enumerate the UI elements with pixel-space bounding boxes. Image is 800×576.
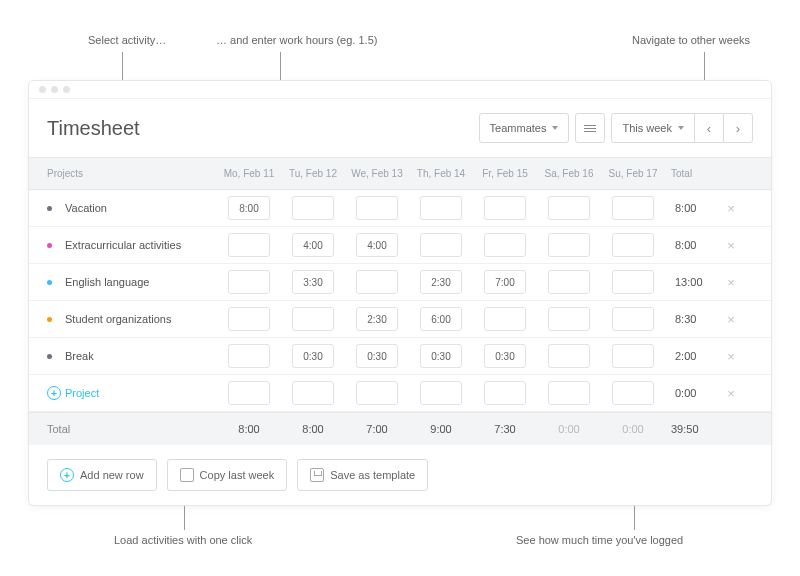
row-total: 2:00 (665, 350, 719, 362)
caret-icon (678, 126, 684, 130)
time-input[interactable] (548, 233, 590, 257)
project-row: Extracurricular activities8:00× (29, 227, 771, 264)
project-name: Extracurricular activities (65, 239, 217, 251)
action-bar: +Add new row Copy last week Save as temp… (29, 445, 771, 505)
header: Timesheet Teammates This week ‹ › (29, 99, 771, 157)
table-header: Projects Mo, Feb 11 Tu, Feb 12 We, Feb 1… (29, 157, 771, 190)
callout-select-activity: Select activity… (88, 34, 166, 46)
project-row: English language13:00× (29, 264, 771, 301)
remove-row-button[interactable]: × (719, 349, 743, 364)
time-input[interactable] (420, 344, 462, 368)
teammates-dropdown[interactable]: Teammates (479, 113, 570, 143)
time-input[interactable] (612, 233, 654, 257)
time-input[interactable] (612, 344, 654, 368)
remove-row-button[interactable]: × (719, 201, 743, 216)
time-input[interactable] (548, 270, 590, 294)
time-input[interactable] (420, 270, 462, 294)
chevron-right-icon: › (736, 121, 740, 136)
time-input[interactable] (612, 270, 654, 294)
caret-icon (552, 126, 558, 130)
project-name: Student organizations (65, 313, 217, 325)
copy-last-week-button[interactable]: Copy last week (167, 459, 288, 491)
timesheet-window: Timesheet Teammates This week ‹ › Projec… (28, 80, 772, 506)
project-row: Student organizations8:30× (29, 301, 771, 338)
callout-see-time: See how much time you've logged (516, 534, 683, 546)
project-row: Vacation8:00× (29, 190, 771, 227)
add-project-row[interactable]: + Project 0:00 × (29, 375, 771, 412)
time-input[interactable] (612, 307, 654, 331)
time-input[interactable] (548, 307, 590, 331)
project-name: Vacation (65, 202, 217, 214)
time-input[interactable] (292, 307, 334, 331)
time-input[interactable] (292, 196, 334, 220)
add-new-row-button[interactable]: +Add new row (47, 459, 157, 491)
time-input[interactable] (292, 270, 334, 294)
list-view-button[interactable] (575, 113, 605, 143)
time-input[interactable] (228, 233, 270, 257)
list-icon (584, 125, 596, 132)
time-input[interactable] (612, 196, 654, 220)
time-input[interactable] (292, 233, 334, 257)
remove-row-button[interactable]: × (719, 386, 743, 401)
next-week-button[interactable]: › (723, 113, 753, 143)
remove-row-button[interactable]: × (719, 275, 743, 290)
table-footer: Total 8:00 8:00 7:00 9:00 7:30 0:00 0:00… (29, 412, 771, 445)
row-total: 8:00 (665, 202, 719, 214)
row-total: 8:30 (665, 313, 719, 325)
project-name: Break (65, 350, 217, 362)
time-input[interactable] (484, 270, 526, 294)
time-input[interactable] (356, 307, 398, 331)
time-input[interactable] (356, 270, 398, 294)
project-name: English language (65, 276, 217, 288)
time-input[interactable] (548, 196, 590, 220)
time-input[interactable] (356, 196, 398, 220)
project-row: Break2:00× (29, 338, 771, 375)
row-total: 13:00 (665, 276, 719, 288)
row-total: 8:00 (665, 239, 719, 251)
time-input[interactable] (228, 270, 270, 294)
window-titlebar (29, 81, 771, 99)
time-input[interactable] (484, 233, 526, 257)
save-template-button[interactable]: Save as template (297, 459, 428, 491)
time-input[interactable] (356, 233, 398, 257)
page-title: Timesheet (47, 117, 140, 140)
time-input[interactable] (292, 344, 334, 368)
time-input[interactable] (484, 196, 526, 220)
chevron-left-icon: ‹ (707, 121, 711, 136)
week-dropdown[interactable]: This week (611, 113, 695, 143)
remove-row-button[interactable]: × (719, 238, 743, 253)
callout-navigate: Navigate to other weeks (632, 34, 750, 46)
plus-icon: + (60, 468, 74, 482)
time-input[interactable] (228, 196, 270, 220)
save-icon (310, 468, 324, 482)
time-input[interactable] (548, 344, 590, 368)
time-input[interactable] (356, 344, 398, 368)
time-input[interactable] (420, 307, 462, 331)
remove-row-button[interactable]: × (719, 312, 743, 327)
time-input[interactable] (228, 307, 270, 331)
time-input[interactable] (420, 233, 462, 257)
callout-enter-hours: … and enter work hours (eg. 1.5) (216, 34, 377, 46)
time-input[interactable] (484, 344, 526, 368)
time-input[interactable] (228, 344, 270, 368)
prev-week-button[interactable]: ‹ (694, 113, 724, 143)
time-input[interactable] (420, 196, 462, 220)
copy-icon (180, 468, 194, 482)
plus-icon: + (47, 386, 61, 400)
callout-load: Load activities with one click (114, 534, 252, 546)
time-input[interactable] (484, 307, 526, 331)
